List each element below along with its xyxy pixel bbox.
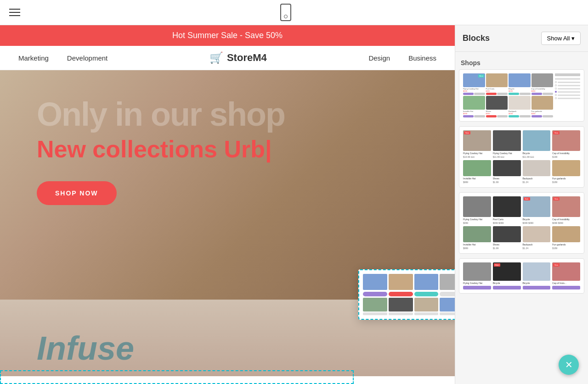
shop-price-t1-2: $099 xyxy=(486,90,508,92)
panel-title: Blocks xyxy=(463,33,490,43)
close-fab-button[interactable]: ✕ xyxy=(559,355,579,375)
shop-name-3-3: Bicycle xyxy=(523,218,551,221)
shop-price-2-3: $11.99 $22 xyxy=(523,156,551,158)
filter-check-row-2 xyxy=(555,84,580,86)
btn3 xyxy=(486,93,497,95)
shop-price-2-1: $13.99 $20 xyxy=(463,156,491,158)
nav-link-design[interactable]: Design xyxy=(368,54,390,62)
shop-item-2-7: Backpack $1.24 xyxy=(523,160,551,184)
shop-img-t1-3 xyxy=(509,73,531,87)
shop-name-2-2: Flying Cowboy Hat xyxy=(493,152,521,155)
shop-price-t1-4: $099 xyxy=(531,90,554,92)
btn7 xyxy=(531,93,542,95)
filter-check-row-3 xyxy=(555,88,580,89)
fp-btn-teal xyxy=(414,292,439,296)
block-thumbnail-2[interactable]: New Flying Cowboy Hat $13.99 $20 Flying … xyxy=(459,126,584,188)
shop-img-3-7 xyxy=(523,226,551,242)
main-layout: Hot Summer Sale - Save 50% Marketing Dev… xyxy=(0,25,588,384)
btn5 xyxy=(509,93,519,95)
shop-btns-t1-4 xyxy=(531,93,554,95)
shop-img-4-3 xyxy=(523,262,551,281)
fp-btn-purple xyxy=(363,292,387,296)
shop-item-3-2: Pool Carts $099 $099 xyxy=(493,196,521,224)
shop-name-4-1: Flying Cowboy Hat xyxy=(463,282,491,284)
fp-label-4 xyxy=(440,312,455,315)
add-cart-btn-4-1[interactable] xyxy=(463,286,491,289)
fp-bottom-4 xyxy=(440,298,455,312)
hero-subtitle: New collections Urb| xyxy=(37,135,418,163)
fp-btn-red xyxy=(389,292,413,296)
shop-name-3-1: Flying Cowboy Hat xyxy=(463,218,491,221)
panel-content[interactable]: Shops Best Flying Cowboy Hat $099 xyxy=(455,52,588,384)
fp-grid-top xyxy=(363,274,455,290)
shop-img-t1-8 xyxy=(531,96,554,110)
filter-title-bar xyxy=(555,73,580,76)
btn2 xyxy=(474,93,485,95)
filter-check-label-1 xyxy=(558,82,580,83)
shop-btns-t1-3 xyxy=(509,93,531,95)
bottom-text: Infuse xyxy=(37,329,134,367)
show-all-button[interactable]: Show All ▾ xyxy=(541,32,581,45)
shop-img-3-5 xyxy=(463,226,491,242)
shop-price-3-6: $1.99 xyxy=(493,247,521,250)
shop-item-3-1: Flying Cowboy Hat $099 xyxy=(463,196,491,224)
shop-img-t1-6 xyxy=(486,96,508,110)
shop-img-3-4: New xyxy=(552,196,580,217)
shop-price-t1-6: $099 xyxy=(486,112,508,115)
shop-btns-t1-7 xyxy=(509,115,531,117)
filter-check-label-4 xyxy=(558,91,580,93)
shop-price-t1-5: $999 xyxy=(463,112,485,115)
shop-price-3-2: $099 $099 xyxy=(493,222,521,224)
shop-img-t1-7 xyxy=(509,96,531,110)
filter-checkbox-6 xyxy=(555,97,557,99)
new-badge-1: New xyxy=(464,131,470,134)
shop-item-2-4: New Cap of Invisibility $199 xyxy=(552,130,580,158)
sale-badge-3: Sale xyxy=(524,197,530,200)
filter-check-label-6 xyxy=(558,98,580,99)
nav-link-business[interactable]: Business xyxy=(408,54,436,62)
shop-img-2-7 xyxy=(523,160,551,176)
hero-title: Only in our shop xyxy=(37,98,418,131)
shop-name-2-1: Flying Cowboy Hat xyxy=(463,152,491,155)
shop-name-2-8: Fun garlands xyxy=(552,177,580,180)
fp-item-1 xyxy=(363,274,387,290)
nav-link-marketing[interactable]: Marketing xyxy=(18,54,49,62)
shop-item-2-8: Fun garlands $189 xyxy=(552,160,580,184)
shop-block-layout-1: Best Flying Cowboy Hat $099 Pool Carts $… xyxy=(463,73,580,117)
shop-name-3-7: Backpack xyxy=(523,243,551,246)
shop-btns-t1-8 xyxy=(531,115,554,117)
site-logo: 🛒 StoreM4 xyxy=(209,51,267,64)
btn6 xyxy=(520,93,530,95)
shop-btns-t1-5 xyxy=(463,115,485,117)
shop-price-2-8: $189 xyxy=(552,181,580,184)
shop-img-4-2: New xyxy=(493,262,521,281)
shop-name-3-5: Invisible Hat xyxy=(463,243,491,246)
shop-main-grid-1: Best Flying Cowboy Hat $099 Pool Carts $… xyxy=(463,73,553,117)
add-cart-btn-4-4[interactable] xyxy=(552,286,580,289)
shop-price-t1-7: $099 xyxy=(509,112,531,115)
block-thumbnail-1[interactable]: Best Flying Cowboy Hat $099 Pool Carts $… xyxy=(459,69,584,122)
shop-img-3-6 xyxy=(493,226,521,242)
site-preview: Hot Summer Sale - Save 50% Marketing Dev… xyxy=(0,25,455,384)
shop-price-2-5: $999 xyxy=(463,181,491,184)
shop-item-3-3: Sale Bicycle $099 $099 xyxy=(523,196,551,224)
block-thumbnail-3[interactable]: Flying Cowboy Hat $099 Pool Carts $099 $… xyxy=(459,192,584,254)
announcement-bar: Hot Summer Sale - Save 50% xyxy=(0,25,455,46)
hamburger-menu[interactable] xyxy=(9,9,20,16)
fp-label-1 xyxy=(363,312,387,315)
filter-checkbox-1 xyxy=(555,81,557,83)
shop-now-button[interactable]: SHOP NOW xyxy=(37,181,117,205)
shop-img-t1-4 xyxy=(531,73,554,87)
new-badge-4-2: New xyxy=(553,263,560,267)
shop-block-grid-4: Flying Cowboy Hat New Bicycle xyxy=(463,262,580,289)
add-cart-btn-4-3[interactable] xyxy=(523,286,551,289)
filter-check-label-5 xyxy=(558,95,580,96)
shop-item-2-1: New Flying Cowboy Hat $13.99 $20 xyxy=(463,130,491,158)
block-thumbnail-4[interactable]: Flying Cowboy Hat New Bicycle xyxy=(459,258,584,294)
filter-checkbox-5 xyxy=(555,94,557,96)
add-cart-btn-4-2[interactable] xyxy=(493,286,521,289)
hero-section: Only in our shop New collections Urb| SH… xyxy=(0,70,455,300)
nav-link-development[interactable]: Development xyxy=(67,54,107,62)
shop-btns-t1-2 xyxy=(486,93,508,95)
fp-label-row xyxy=(363,312,455,315)
